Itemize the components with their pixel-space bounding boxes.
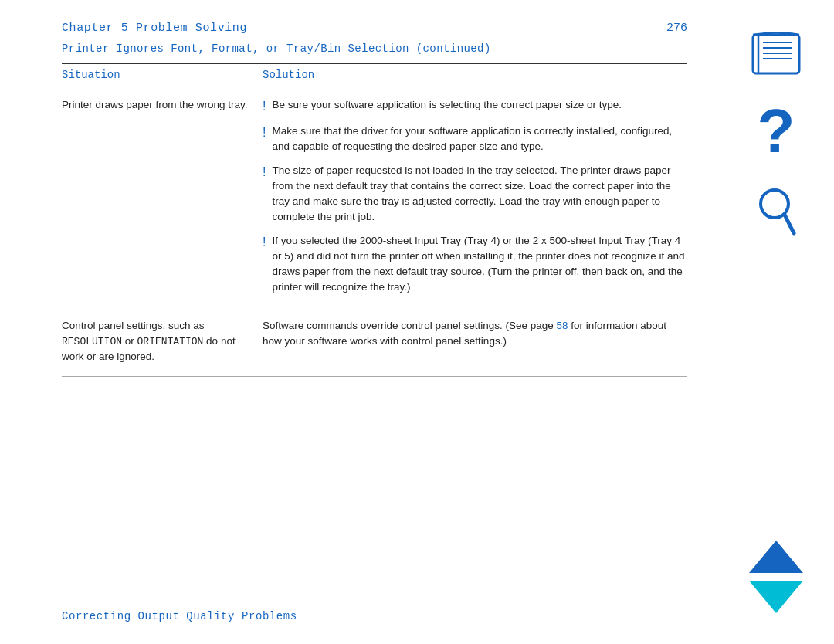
arrow-down-icon[interactable] bbox=[749, 581, 803, 613]
footer-link[interactable]: Correcting Output Quality Problems bbox=[62, 610, 297, 622]
solution-2: Software commands override control panel… bbox=[263, 318, 687, 365]
bullet-mark: ! bbox=[263, 163, 266, 225]
table-header: Situation Solution bbox=[62, 64, 687, 86]
situation-2: Control panel settings, such as RESOLUTI… bbox=[62, 318, 263, 365]
bullet-mark: ! bbox=[263, 233, 266, 296]
solution-1: ! Be sure your software application is s… bbox=[263, 97, 687, 296]
question-icon[interactable]: ? bbox=[758, 100, 795, 162]
bullet-item: ! The size of paper requested is not loa… bbox=[263, 163, 687, 225]
sidebar-icons: ? bbox=[749, 23, 803, 541]
svg-rect-0 bbox=[753, 35, 799, 73]
col-solution-header: Solution bbox=[263, 69, 687, 81]
main-content: Chapter 5 Problem Solving 276 Printer Ig… bbox=[0, 0, 718, 644]
bullet-mark: ! bbox=[263, 124, 266, 155]
bullet-text: The size of paper requested is not loade… bbox=[272, 163, 687, 225]
table-row: Printer draws paper from the wrong tray.… bbox=[62, 86, 687, 307]
code-resolution: RESOLUTION bbox=[62, 336, 122, 347]
bullet-list-1: ! Be sure your software application is s… bbox=[263, 97, 687, 296]
book-icon[interactable] bbox=[749, 31, 803, 77]
bullet-item: ! Make sure that the driver for your sof… bbox=[263, 124, 687, 155]
bullet-text: Be sure your software application is sel… bbox=[272, 97, 687, 116]
arrow-up-icon[interactable] bbox=[749, 541, 803, 573]
bullet-text: If you selected the 2000-sheet Input Tra… bbox=[272, 233, 687, 296]
magnifier-icon[interactable] bbox=[753, 185, 799, 239]
svg-line-7 bbox=[785, 215, 794, 233]
bullet-mark: ! bbox=[263, 97, 266, 116]
bullet-text: Make sure that the driver for your softw… bbox=[272, 124, 687, 155]
page-header: Chapter 5 Problem Solving 276 bbox=[62, 22, 687, 35]
sidebar-nav bbox=[749, 541, 803, 621]
page-number: 276 bbox=[666, 22, 687, 35]
bullet-item: ! If you selected the 2000-sheet Input T… bbox=[263, 233, 687, 296]
chapter-title: Chapter 5 Problem Solving bbox=[62, 22, 247, 35]
page-link[interactable]: 58 bbox=[556, 320, 568, 331]
table-row-2: Control panel settings, such as RESOLUTI… bbox=[62, 307, 687, 377]
sidebar: ? bbox=[718, 0, 834, 644]
section-title: Printer Ignores Font, Format, or Tray/Bi… bbox=[62, 42, 687, 55]
situation-1: Printer draws paper from the wrong tray. bbox=[62, 97, 263, 296]
col-situation-header: Situation bbox=[62, 69, 263, 81]
bullet-item: ! Be sure your software application is s… bbox=[263, 97, 687, 116]
code-orientation: ORIENTATION bbox=[137, 336, 204, 347]
